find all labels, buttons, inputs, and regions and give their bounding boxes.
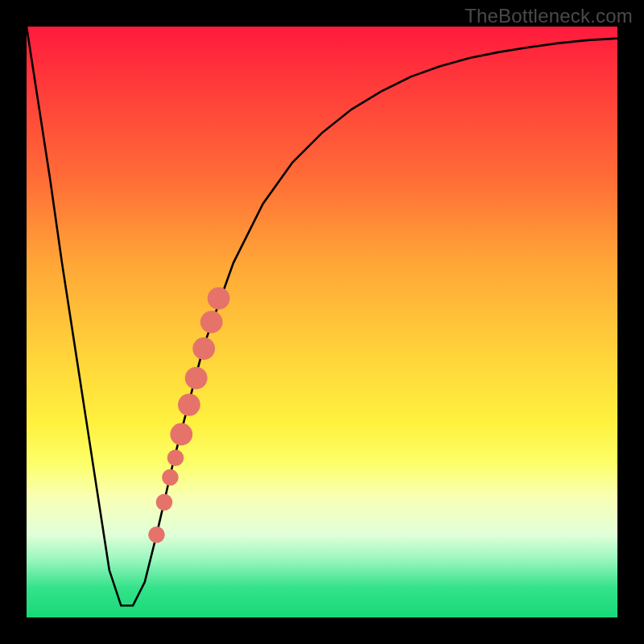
data-marker xyxy=(192,337,215,360)
data-marker xyxy=(178,394,200,416)
data-marker xyxy=(208,287,230,310)
data-marker xyxy=(185,367,208,390)
data-marker xyxy=(170,423,192,446)
watermark-text: TheBottleneck.com xyxy=(464,5,633,27)
data-marker xyxy=(156,494,173,511)
data-marker xyxy=(162,469,179,486)
data-marker xyxy=(200,311,223,333)
marker-layer xyxy=(148,287,229,543)
chart-svg xyxy=(27,27,617,617)
chart-frame: TheBottleneck.com xyxy=(0,0,644,644)
data-marker xyxy=(167,450,184,467)
data-marker xyxy=(148,526,165,543)
bottleneck-curve xyxy=(27,27,617,605)
curve-layer xyxy=(27,27,617,605)
